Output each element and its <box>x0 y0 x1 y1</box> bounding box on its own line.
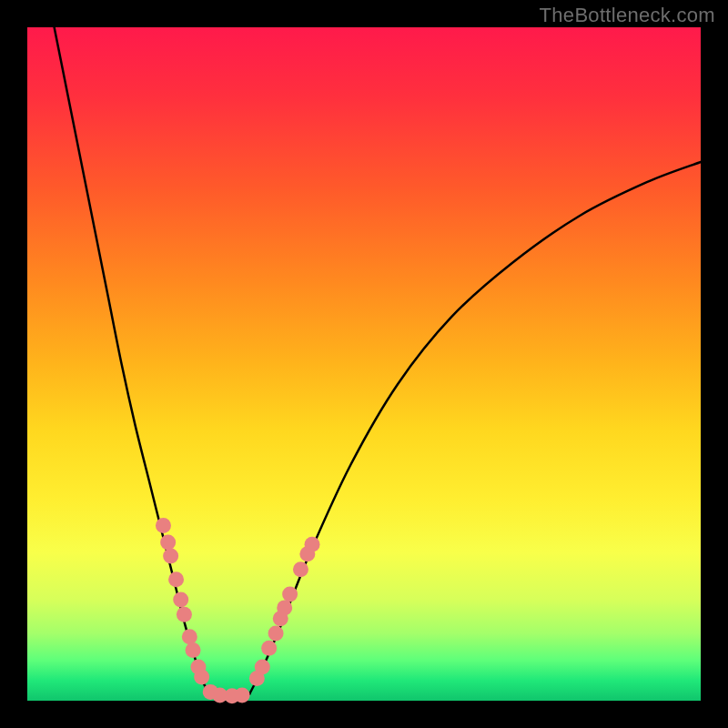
marker-dot-group <box>156 518 320 703</box>
marker-dot <box>163 548 178 563</box>
marker-dot <box>173 592 188 608</box>
marker-dot <box>160 535 176 551</box>
marker-dot <box>168 571 184 587</box>
marker-dot <box>268 626 284 642</box>
marker-dot <box>282 587 298 602</box>
curve-right-branch <box>249 162 701 694</box>
chart-svg <box>27 27 701 701</box>
marker-dot <box>255 660 270 675</box>
curve-group <box>55 27 701 698</box>
chart-stage: TheBottleneck.com <box>0 0 728 728</box>
marker-dot <box>235 688 250 703</box>
plot-area <box>27 27 701 701</box>
marker-dot <box>156 518 171 533</box>
marker-dot <box>277 600 292 615</box>
marker-dot <box>293 561 308 577</box>
marker-dot <box>186 642 201 658</box>
marker-dot <box>177 607 192 622</box>
marker-dot <box>182 629 197 644</box>
marker-dot <box>194 670 209 685</box>
marker-dot <box>261 641 277 656</box>
marker-dot <box>305 537 320 552</box>
watermark-text: TheBottleneck.com <box>540 4 715 27</box>
